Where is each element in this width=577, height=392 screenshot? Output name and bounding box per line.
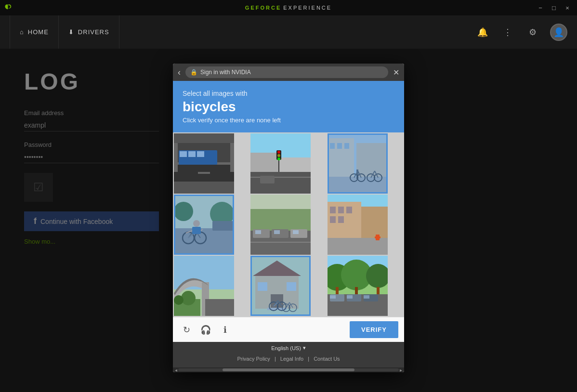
nav-home[interactable]: ⌂ HOME (10, 15, 59, 49)
privacy-policy-link[interactable]: Privacy Policy (237, 356, 270, 362)
restore-button[interactable]: □ (548, 3, 560, 13)
svg-rect-62 (250, 242, 311, 243)
user-avatar[interactable]: 👤 (550, 24, 567, 41)
captcha-image-grid (173, 132, 404, 317)
captcha-image-5[interactable] (250, 195, 311, 255)
captcha-image-6[interactable] (328, 195, 388, 255)
svg-rect-61 (293, 230, 299, 234)
svg-line-48 (188, 233, 194, 238)
share-button[interactable]: ⋮ (500, 25, 515, 40)
nvidia-icon (4, 4, 13, 12)
svg-rect-83 (255, 275, 299, 309)
image-bicycle-rider (174, 195, 234, 255)
svg-point-31 (357, 174, 365, 182)
scrollbar-track[interactable] (178, 368, 399, 371)
svg-marker-84 (253, 261, 301, 276)
captcha-header: Select all images with bicycles Click ve… (173, 81, 404, 132)
home-icon: ⌂ (20, 28, 24, 36)
svg-rect-60 (274, 230, 280, 234)
horizontal-scrollbar[interactable]: ◂ ▸ (173, 367, 404, 372)
svg-point-44 (195, 232, 206, 244)
info-button[interactable]: ℹ (217, 322, 233, 338)
svg-rect-85 (271, 294, 283, 309)
svg-rect-30 (356, 170, 358, 179)
svg-rect-39 (174, 195, 234, 255)
language-value: English (US) (271, 345, 301, 351)
language-selector[interactable]: English (US) ▾ (178, 345, 399, 351)
svg-line-46 (188, 229, 195, 238)
svg-rect-29 (328, 177, 388, 194)
svg-rect-9 (174, 143, 178, 172)
footer-links: Privacy Policy | Legal Info | Contact Us (178, 353, 399, 365)
svg-line-52 (201, 229, 203, 231)
svg-line-36 (358, 171, 361, 178)
browser-titlebar: ‹ 🔒 Sign in with NVIDIA ✕ (173, 64, 404, 81)
image-intersection (250, 133, 311, 194)
captcha-image-8[interactable] (250, 256, 311, 316)
scrollbar-thumb[interactable] (223, 368, 355, 371)
svg-rect-25 (356, 143, 388, 186)
captcha-image-3[interactable] (328, 133, 388, 194)
svg-line-97 (289, 302, 293, 308)
nav-drivers[interactable]: ⬇ DRIVERS (59, 15, 119, 49)
close-button[interactable]: × (562, 3, 573, 13)
captcha-image-1[interactable] (174, 133, 234, 194)
svg-rect-27 (337, 143, 342, 149)
svg-line-96 (286, 302, 289, 308)
contact-us-link[interactable]: Contact Us (314, 356, 340, 362)
app-logo (4, 4, 13, 12)
svg-rect-68 (338, 207, 344, 213)
svg-rect-43 (212, 221, 234, 231)
svg-point-32 (350, 174, 358, 182)
svg-rect-14 (250, 172, 311, 194)
scrollbar-right-arrow[interactable]: ▸ (399, 367, 403, 373)
audio-button[interactable]: 🎧 (198, 322, 213, 338)
separator-pipe-2: | (308, 356, 311, 362)
image-overpass (174, 256, 234, 316)
svg-rect-6 (188, 151, 196, 157)
captcha-image-9[interactable] (328, 256, 388, 316)
app-area: ⌂ HOME ⬇ DRIVERS 🔔 ⋮ ⚙ 👤 LOG Email addre… (0, 15, 577, 392)
legal-info-link[interactable]: Legal Info (280, 356, 303, 362)
svg-rect-28 (344, 143, 349, 149)
captcha-image-7[interactable] (174, 256, 234, 316)
svg-rect-111 (347, 295, 353, 299)
login-background: LOG Email address Password ☑ f Continue … (0, 49, 577, 392)
svg-point-95 (282, 304, 290, 312)
svg-rect-74 (375, 236, 380, 238)
captcha-image-2[interactable] (250, 133, 311, 194)
svg-point-19 (277, 154, 280, 157)
title-bar: GEFORCE EXPERIENCE − □ × (0, 0, 577, 15)
svg-rect-10 (230, 143, 234, 172)
svg-rect-24 (328, 138, 354, 186)
ssl-lock-icon: 🔒 (190, 69, 197, 76)
svg-rect-70 (330, 216, 336, 223)
scrollbar-left-arrow[interactable]: ◂ (174, 367, 178, 373)
svg-rect-67 (330, 207, 336, 213)
browser-content[interactable]: Select all images with bicycles Click ve… (173, 81, 404, 367)
verify-button[interactable]: VERIFY (350, 321, 398, 338)
minimize-button[interactable]: − (535, 3, 546, 13)
drivers-icon: ⬇ (68, 28, 74, 36)
browser-back-button[interactable]: ‹ (178, 67, 181, 78)
svg-rect-59 (255, 230, 261, 234)
svg-point-41 (210, 202, 234, 226)
svg-rect-88 (267, 308, 287, 310)
image-underpass (174, 133, 234, 194)
top-nav: ⌂ HOME ⬇ DRIVERS 🔔 ⋮ ⚙ 👤 (0, 15, 577, 49)
svg-line-37 (371, 171, 375, 178)
captcha-image-4[interactable] (174, 195, 234, 255)
notifications-button[interactable]: 🔔 (475, 25, 490, 40)
image-house-bicycle (250, 256, 311, 316)
settings-button[interactable]: ⚙ (525, 25, 540, 40)
captcha-footer: ↻ 🎧 ℹ VERIFY (173, 317, 404, 342)
svg-rect-72 (328, 238, 388, 255)
svg-line-38 (375, 171, 378, 178)
svg-rect-40 (174, 228, 234, 255)
content-area: LOG Email address Password ☑ f Continue … (0, 49, 577, 392)
captcha-main-word: bicycles (183, 99, 394, 115)
image-parked-cars (250, 195, 311, 255)
svg-point-79 (181, 291, 196, 305)
refresh-button[interactable]: ↻ (179, 322, 194, 338)
browser-close-button[interactable]: ✕ (393, 68, 399, 77)
